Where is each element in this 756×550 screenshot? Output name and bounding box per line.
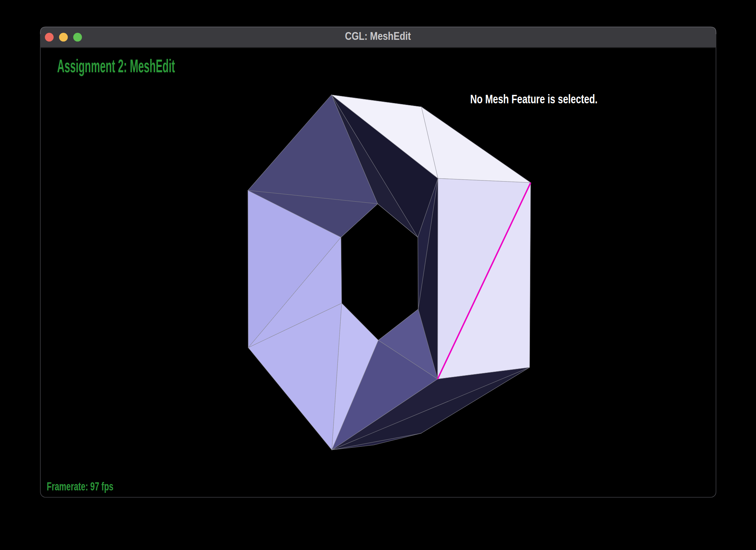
svg-text:No Mesh Feature is selected.: No Mesh Feature is selected. [470,92,598,106]
svg-text:CGL: MeshEdit: CGL: MeshEdit [345,30,411,42]
svg-text:Framerate: 97 fps: Framerate: 97 fps [47,480,114,493]
svg-text:Assignment 2: MeshEdit: Assignment 2: MeshEdit [57,56,175,76]
